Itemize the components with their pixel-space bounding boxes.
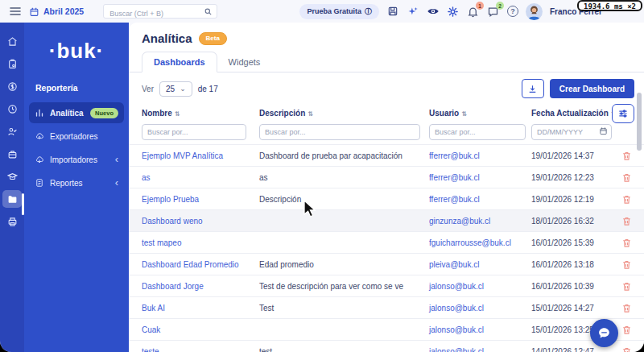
delete-button[interactable] bbox=[621, 194, 632, 205]
sliders-icon bbox=[617, 108, 629, 119]
filter-usuario-input[interactable] bbox=[429, 124, 526, 140]
page-scrollbar-thumb[interactable] bbox=[637, 93, 642, 151]
column-filter-button[interactable] bbox=[612, 104, 634, 123]
table-row[interactable]: Cuak jalonso@buk.cl 15/01/2026 13:25 bbox=[129, 318, 644, 340]
user-email[interactable]: fferrer@buk.cl bbox=[429, 151, 531, 160]
sort-icon[interactable]: ⇅ bbox=[175, 110, 180, 118]
notifications-bell-icon[interactable]: 1 bbox=[467, 5, 480, 18]
sidebar-item-label: Reportes bbox=[50, 179, 83, 188]
global-search[interactable] bbox=[103, 4, 217, 19]
hamburger-menu-icon[interactable] bbox=[10, 6, 21, 16]
documents-folder-active[interactable] bbox=[2, 190, 22, 208]
delete-button[interactable] bbox=[621, 216, 632, 226]
chevron-down-icon: ⌄ bbox=[180, 86, 186, 91]
delete-button[interactable] bbox=[621, 346, 632, 352]
dashboard-link[interactable]: Ejemplo MVP Analítica bbox=[142, 151, 259, 160]
user-email[interactable]: jalonso@buk.cl bbox=[429, 304, 531, 313]
dashboard-link[interactable]: Dashboard Edad Promedio bbox=[142, 260, 259, 269]
buk-logo: ·buk· bbox=[24, 39, 129, 64]
filter-nombre-input[interactable] bbox=[142, 124, 246, 140]
delete-button[interactable] bbox=[621, 281, 632, 292]
table-row[interactable]: teste test jalonso@buk.cl 14/01/2026 12:… bbox=[129, 340, 644, 352]
briefcase-icon[interactable] bbox=[7, 148, 18, 159]
education-cap-icon[interactable] bbox=[7, 171, 18, 181]
dashboard-link[interactable]: Ejemplo Prueba bbox=[142, 195, 259, 204]
table-row[interactable]: Ejemplo Prueba Descripción fferrer@buk.c… bbox=[129, 188, 644, 209]
help-icon[interactable]: ? bbox=[507, 6, 518, 17]
delete-button[interactable] bbox=[621, 151, 632, 161]
delete-button[interactable] bbox=[621, 259, 632, 270]
home-icon[interactable] bbox=[7, 35, 18, 46]
calendar-icon bbox=[29, 6, 39, 17]
download-button[interactable] bbox=[522, 79, 544, 98]
user-email[interactable]: jalonso@buk.cl bbox=[429, 282, 531, 291]
nuevo-badge: Nuevo bbox=[90, 108, 118, 118]
dashboard-link[interactable]: teste bbox=[142, 347, 259, 352]
dashboard-link[interactable]: test mapeo bbox=[142, 238, 259, 247]
user-email[interactable]: fferrer@buk.cl bbox=[429, 173, 531, 182]
user-email[interactable]: ginzunza@buk.cl bbox=[429, 217, 531, 226]
user-email[interactable]: fferrer@buk.cl bbox=[429, 195, 531, 204]
messages-icon[interactable]: 2 bbox=[487, 5, 500, 18]
sort-icon[interactable]: ⇅ bbox=[461, 110, 467, 118]
chat-launcher-button[interactable] bbox=[590, 319, 618, 347]
sort-icon[interactable]: ⇅ bbox=[308, 110, 313, 118]
delete-button[interactable] bbox=[621, 303, 632, 313]
page-size-label: Ver bbox=[142, 85, 154, 93]
table-row[interactable]: Dashboard Edad Promedio Edad promedio pl… bbox=[129, 253, 644, 275]
trial-badge[interactable]: Prueba Gratuita ⓘ bbox=[299, 4, 379, 19]
delete-button[interactable] bbox=[621, 325, 632, 335]
chevron-left-icon: ‹ bbox=[115, 155, 118, 164]
avatar[interactable] bbox=[526, 3, 543, 20]
delete-button[interactable] bbox=[621, 172, 632, 183]
dashboard-link[interactable]: Dashboard weno bbox=[142, 217, 259, 226]
delete-button[interactable] bbox=[621, 238, 632, 248]
ai-sparkles-icon[interactable] bbox=[407, 5, 419, 18]
table-row[interactable]: Ejemplo MVP Analítica Dashboard de prueb… bbox=[129, 144, 644, 166]
sidebar-section-title: Reportería bbox=[35, 83, 129, 93]
user-email[interactable]: jalonso@buk.cl bbox=[429, 325, 531, 334]
table-row[interactable]: Dashboard Jorge Test de descripción para… bbox=[129, 275, 644, 296]
create-dashboard-button[interactable]: Crear Dashboard bbox=[550, 79, 634, 98]
user-email[interactable]: pleiva@buk.cl bbox=[429, 260, 531, 269]
dashboard-link[interactable]: Dashboard Jorge bbox=[142, 282, 259, 291]
dashboard-link[interactable]: Buk AI bbox=[142, 304, 259, 313]
rail-scrollbar-thumb[interactable] bbox=[22, 193, 24, 215]
icon-rail bbox=[0, 23, 24, 352]
calendar-icon[interactable] bbox=[599, 126, 608, 135]
bar-chart-icon bbox=[35, 108, 44, 118]
user-email[interactable]: fguicharrousse@buk.cl bbox=[429, 238, 531, 247]
save-shortcut-icon[interactable] bbox=[386, 5, 399, 18]
info-icon: ⓘ bbox=[365, 6, 372, 17]
user-email[interactable]: jalonso@buk.cl bbox=[429, 347, 531, 352]
dashboard-link[interactable]: Cuak bbox=[142, 325, 259, 334]
chevron-left-icon: ‹ bbox=[115, 179, 118, 187]
table-row-hovered[interactable]: Dashboard weno ginzunza@buk.cl 18/01/202… bbox=[129, 209, 644, 231]
tab-widgets[interactable]: Widgets bbox=[217, 52, 272, 72]
sidebar-item-importadores[interactable]: Importadores ‹ bbox=[29, 149, 124, 170]
table-row[interactable]: Buk AI Test jalonso@buk.cl 15/01/2026 14… bbox=[129, 296, 644, 318]
sidebar-item-analitica[interactable]: Analítica Nuevo bbox=[29, 102, 124, 123]
sidebar-item-reportes[interactable]: Reportes ‹ bbox=[29, 172, 124, 193]
page-size-select[interactable]: 25 ⌄ bbox=[159, 81, 192, 97]
clock-icon[interactable] bbox=[7, 103, 18, 114]
messages-count-badge: 2 bbox=[496, 2, 504, 10]
table-row[interactable]: test mapeo fguicharrousse@buk.cl 16/01/2… bbox=[129, 231, 644, 253]
people-check-icon[interactable] bbox=[7, 126, 18, 136]
filter-descripcion-input[interactable] bbox=[259, 124, 420, 140]
eye-icon[interactable] bbox=[427, 5, 440, 18]
table-row[interactable]: as as fferrer@buk.cl 19/01/2026 12:23 bbox=[129, 166, 644, 188]
sidebar: ·buk· Reportería Analítica Nuevo Exporta… bbox=[24, 23, 129, 352]
beta-badge: Beta bbox=[199, 32, 227, 45]
tab-dashboards[interactable]: Dashboards bbox=[142, 52, 217, 72]
topbar: Abril 2025 Prueba Gratuita ⓘ bbox=[0, 0, 644, 23]
sidebar-item-exportadores[interactable]: Exportadores bbox=[29, 126, 124, 147]
search-input[interactable] bbox=[104, 7, 217, 20]
gear-icon[interactable] bbox=[447, 5, 460, 18]
clipboard-icon[interactable] bbox=[7, 58, 18, 68]
payments-icon[interactable] bbox=[7, 81, 18, 91]
col-usuario: Usuario bbox=[429, 109, 459, 118]
printer-icon[interactable] bbox=[7, 216, 18, 226]
dashboard-link[interactable]: as bbox=[142, 173, 259, 182]
period-selector[interactable]: Abril 2025 bbox=[29, 6, 84, 17]
